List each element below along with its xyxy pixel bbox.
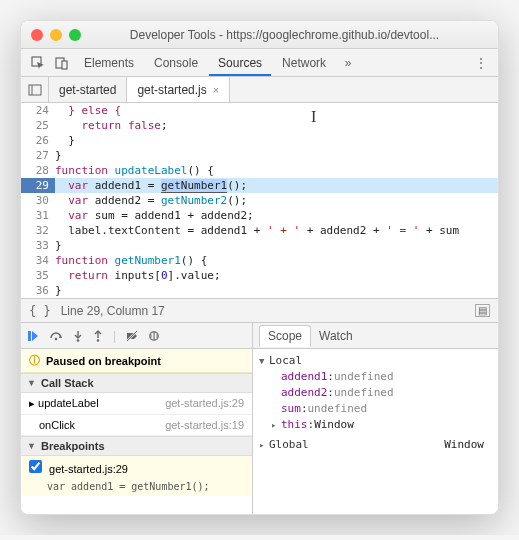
svg-rect-2: [62, 61, 67, 69]
code-editor[interactable]: I 24 } else { 25 return false; 26 } 27} …: [21, 103, 498, 298]
device-toolbar-icon[interactable]: [51, 52, 73, 74]
svg-point-10: [97, 339, 100, 342]
paused-banner: ⓘ Paused on breakpoint: [21, 349, 252, 373]
stack-frame-location: get-started.js:19: [165, 419, 244, 431]
main-tab-bar: Elements Console Sources Network » ⋮: [21, 49, 498, 77]
breakpoints-header[interactable]: ▼ Breakpoints: [21, 436, 252, 456]
tab-sources[interactable]: Sources: [209, 49, 271, 76]
breakpoint-item[interactable]: get-started.js:29: [21, 456, 252, 479]
close-window-button[interactable]: [31, 29, 43, 41]
tab-watch[interactable]: Watch: [311, 326, 361, 346]
execution-line: 29 var addend1 = getNumber1();: [21, 178, 498, 193]
resume-icon[interactable]: [27, 330, 39, 342]
scope-variable[interactable]: addend1: undefined: [259, 369, 492, 385]
scope-local[interactable]: ▼Local: [259, 353, 492, 369]
text-cursor-icon: I: [311, 109, 316, 124]
debugger-pane: | ⓘ Paused on breakpoint ▼ Call Stack ▸ …: [21, 322, 498, 514]
scope-global[interactable]: ▸GlobalWindow: [259, 437, 492, 453]
close-tab-icon[interactable]: ×: [213, 84, 219, 96]
stack-frame-name: updateLabel: [38, 397, 99, 409]
traffic-lights: [31, 29, 81, 41]
file-tab-get-started-js[interactable]: get-started.js ×: [127, 77, 230, 102]
step-into-icon[interactable]: [73, 330, 83, 342]
debugger-left-column: | ⓘ Paused on breakpoint ▼ Call Stack ▸ …: [21, 323, 253, 514]
stack-frame-name: onClick: [29, 419, 75, 431]
file-tab-get-started[interactable]: get-started: [49, 77, 127, 102]
deactivate-breakpoints-icon[interactable]: [126, 330, 138, 342]
svg-rect-3: [29, 85, 41, 95]
coverage-toggle-icon[interactable]: ▤: [475, 304, 490, 317]
svg-rect-14: [152, 333, 154, 339]
titlebar: Developer Tools - https://googlechrome.g…: [21, 21, 498, 49]
debugger-right-column: Scope Watch ▼Local addend1: undefined ad…: [253, 323, 498, 514]
tab-scope[interactable]: Scope: [259, 325, 311, 347]
kebab-menu-icon[interactable]: ⋮: [470, 52, 492, 74]
inspect-element-icon[interactable]: [27, 52, 49, 74]
file-tab-label: get-started: [59, 83, 116, 97]
call-stack-header[interactable]: ▼ Call Stack: [21, 373, 252, 393]
file-tab-label: get-started.js: [137, 83, 206, 97]
svg-rect-15: [155, 333, 157, 339]
minimize-window-button[interactable]: [50, 29, 62, 41]
pause-on-exceptions-icon[interactable]: [148, 330, 160, 342]
paused-message: Paused on breakpoint: [46, 355, 161, 367]
navigator-toggle-icon[interactable]: [21, 77, 49, 102]
pretty-print-icon[interactable]: { }: [29, 304, 51, 318]
svg-rect-5: [28, 331, 31, 341]
devtools-window: Developer Tools - https://googlechrome.g…: [20, 20, 499, 515]
source-file-tabs: get-started get-started.js ×: [21, 77, 498, 103]
more-tabs-chevron-icon[interactable]: »: [337, 52, 359, 74]
disclosure-triangle-icon: ▼: [27, 378, 37, 388]
breakpoint-code-preview: var addend1 = getNumber1();: [21, 479, 252, 496]
svg-point-8: [77, 339, 80, 342]
breakpoint-label: get-started.js:29: [49, 463, 128, 475]
zoom-window-button[interactable]: [69, 29, 81, 41]
step-over-icon[interactable]: [49, 330, 63, 342]
svg-point-6: [55, 337, 58, 340]
scope-variable[interactable]: sum: undefined: [259, 401, 492, 417]
warning-icon: ⓘ: [29, 353, 40, 368]
tab-network[interactable]: Network: [273, 49, 335, 76]
stack-frame[interactable]: ▸ updateLabel get-started.js:29: [21, 393, 252, 415]
step-out-icon[interactable]: [93, 330, 103, 342]
cursor-position: Line 29, Column 17: [61, 304, 165, 318]
tab-console[interactable]: Console: [145, 49, 207, 76]
svg-point-13: [149, 331, 159, 341]
debugger-toolbar: |: [21, 323, 252, 349]
window-title: Developer Tools - https://googlechrome.g…: [81, 28, 488, 42]
breakpoint-checkbox[interactable]: [29, 460, 42, 473]
scope-watch-tabs: Scope Watch: [253, 323, 498, 349]
scope-tree: ▼Local addend1: undefined addend2: undef…: [253, 349, 498, 514]
stack-frame[interactable]: onClick get-started.js:19: [21, 415, 252, 436]
scope-variable[interactable]: ▸this: Window: [259, 417, 492, 433]
tab-elements[interactable]: Elements: [75, 49, 143, 76]
disclosure-triangle-icon: ▼: [27, 441, 37, 451]
scope-variable[interactable]: addend2: undefined: [259, 385, 492, 401]
editor-status-bar: { } Line 29, Column 17 ▤: [21, 298, 498, 322]
stack-frame-location: get-started.js:29: [165, 397, 244, 410]
